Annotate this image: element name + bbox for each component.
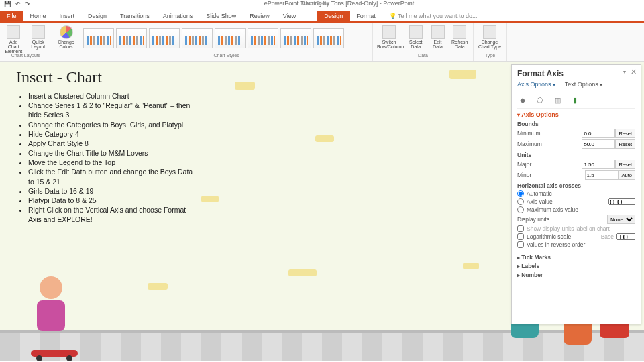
crosses-auto-radio[interactable] — [517, 190, 524, 197]
refresh-data-button[interactable]: Refresh Data — [449, 24, 471, 50]
bullet-item: Girls Data to 16 & 19 — [28, 186, 200, 196]
redo-icon[interactable]: ↷ — [25, 1, 30, 7]
bullet-item: Move the Legend to the Top — [28, 158, 200, 167]
bullet-item: Change the Categories to Boys, Girls, an… — [28, 120, 200, 129]
quick-layout-button[interactable]: Quick Layout — [28, 24, 50, 50]
bounds-max-reset[interactable]: Reset — [615, 139, 635, 149]
crosses-max-radio[interactable] — [517, 206, 524, 213]
crosses-axisval-label: Axis value — [527, 198, 553, 205]
tab-chart-format[interactable]: Format — [350, 11, 382, 21]
bounds-min-input[interactable] — [582, 129, 615, 138]
switch-row-column-button[interactable]: Switch Row/Column — [376, 24, 402, 50]
chart-style-3[interactable] — [149, 28, 180, 48]
show-display-units-label: Show display units label on chart — [527, 225, 610, 232]
chart-style-2[interactable] — [116, 28, 147, 48]
data-group-label: Data — [376, 53, 470, 60]
bullet-item: Apply Chart Style 8 — [28, 139, 200, 148]
display-units-label: Display units — [517, 216, 549, 223]
crosses-label: Horizontal axis crosses — [517, 182, 635, 189]
add-chart-element-button[interactable]: Add Chart Element — [3, 24, 25, 55]
axis-options-icon[interactable]: ▮ — [570, 95, 580, 105]
decoration — [288, 269, 317, 276]
labels-section[interactable]: Labels — [517, 263, 635, 269]
units-minor-label: Minor — [517, 172, 531, 178]
axis-options-tab[interactable]: Axis Options — [517, 81, 555, 88]
tab-insert[interactable]: Insert — [53, 11, 82, 21]
tab-view[interactable]: View — [276, 11, 303, 21]
tell-me-search[interactable]: 💡 Tell me what you want to do... — [382, 11, 644, 21]
number-section[interactable]: Number — [517, 272, 635, 278]
tab-file[interactable]: File — [0, 11, 23, 21]
bullet-item: Right Click on the Vertical Axis and cho… — [28, 205, 200, 224]
refresh-data-label: Refresh Data — [451, 40, 470, 49]
tab-transitions[interactable]: Transitions — [113, 11, 156, 21]
reverse-order-checkbox[interactable] — [517, 241, 524, 248]
tell-me-placeholder: Tell me what you want to do... — [398, 13, 478, 19]
chart-layouts-group-label: Chart Layouts — [3, 53, 49, 60]
fill-line-icon[interactable]: ◆ — [517, 95, 528, 105]
bounds-min-reset[interactable]: Reset — [615, 129, 635, 138]
display-units-select[interactable]: None — [607, 215, 635, 224]
units-minor-input[interactable] — [585, 170, 619, 180]
ribbon-tabs: File Home Insert Design Transitions Anim… — [0, 8, 644, 21]
colors-group-label — [55, 53, 77, 60]
undo-icon[interactable]: ↶ — [15, 1, 21, 7]
tab-animations[interactable]: Animations — [156, 11, 200, 21]
bounds-max-input[interactable] — [582, 139, 615, 149]
edit-data-label: Edit Data — [431, 40, 445, 49]
decoration — [315, 135, 334, 142]
bullet-item: Hide Category 4 — [28, 129, 200, 139]
reverse-order-label: Values in reverse order — [527, 241, 585, 248]
tab-design[interactable]: Design — [81, 11, 113, 21]
switch-row-column-label: Switch Row/Column — [377, 40, 401, 49]
chart-style-1[interactable] — [83, 28, 114, 48]
chart-tools-label: Chart Tools — [288, 0, 342, 6]
effects-icon[interactable]: ⬠ — [535, 95, 545, 105]
change-colors-button[interactable]: Change Colors — [55, 24, 77, 50]
add-chart-element-label: Add Chart Element — [4, 40, 23, 54]
change-colors-label: Change Colors — [56, 40, 76, 49]
chart-style-4[interactable] — [182, 28, 213, 48]
pane-expand-icon[interactable]: ▾ — [623, 69, 626, 75]
pane-title: Format Axis — [517, 69, 635, 78]
log-base-input[interactable] — [616, 233, 635, 240]
close-icon[interactable]: ✕ — [631, 68, 637, 76]
ribbon: Add Chart Element Quick Layout Chart Lay… — [0, 23, 644, 62]
bounds-min-label: Minimum — [517, 130, 540, 137]
tab-review[interactable]: Review — [243, 11, 276, 21]
axis-options-section[interactable]: Axis Options — [517, 111, 635, 118]
tab-slideshow[interactable]: Slide Show — [199, 11, 243, 21]
quick-layout-label: Quick Layout — [29, 40, 48, 49]
crosses-auto-label: Automatic — [527, 190, 552, 197]
quick-access-toolbar: 💾 ↶ ↷ — [0, 0, 34, 8]
crosses-axisval-radio[interactable] — [517, 198, 524, 205]
tick-marks-section[interactable]: Tick Marks — [517, 254, 635, 261]
tab-home[interactable]: Home — [23, 11, 53, 21]
change-chart-type-button[interactable]: Change Chart Type — [476, 24, 503, 50]
chart-style-6[interactable] — [248, 28, 278, 48]
units-major-reset[interactable]: Reset — [615, 160, 635, 169]
decoration — [463, 263, 479, 269]
text-options-tab[interactable]: Text Options — [565, 81, 602, 88]
units-minor-auto[interactable]: Auto — [619, 170, 635, 180]
decoration — [148, 283, 168, 290]
log-scale-checkbox[interactable] — [517, 233, 524, 240]
units-major-input[interactable] — [582, 160, 615, 169]
chart-style-5[interactable] — [215, 28, 246, 48]
tab-chart-design[interactable]: Design — [317, 11, 350, 21]
edit-data-button[interactable]: Edit Data — [429, 24, 447, 50]
chart-styles-gallery — [83, 24, 365, 52]
title-bar: 💾 ↶ ↷ ePowerPoint Training by Tons [Read… — [0, 0, 644, 8]
show-display-units-checkbox[interactable] — [517, 225, 524, 232]
save-icon[interactable]: 💾 — [4, 1, 11, 7]
crosses-axisval-input[interactable] — [608, 198, 635, 205]
decoration — [201, 196, 219, 202]
chart-style-8[interactable] — [313, 28, 344, 48]
bullet-item: Change Series 1 & 2 to "Regular" & "Pean… — [28, 101, 200, 119]
select-data-button[interactable]: Select Data — [405, 24, 427, 50]
size-properties-icon[interactable]: ▥ — [552, 95, 563, 105]
bounds-label: Bounds — [517, 121, 635, 127]
decoration — [235, 82, 255, 90]
chart-style-7[interactable] — [280, 28, 311, 48]
base-label: Base — [601, 233, 614, 240]
